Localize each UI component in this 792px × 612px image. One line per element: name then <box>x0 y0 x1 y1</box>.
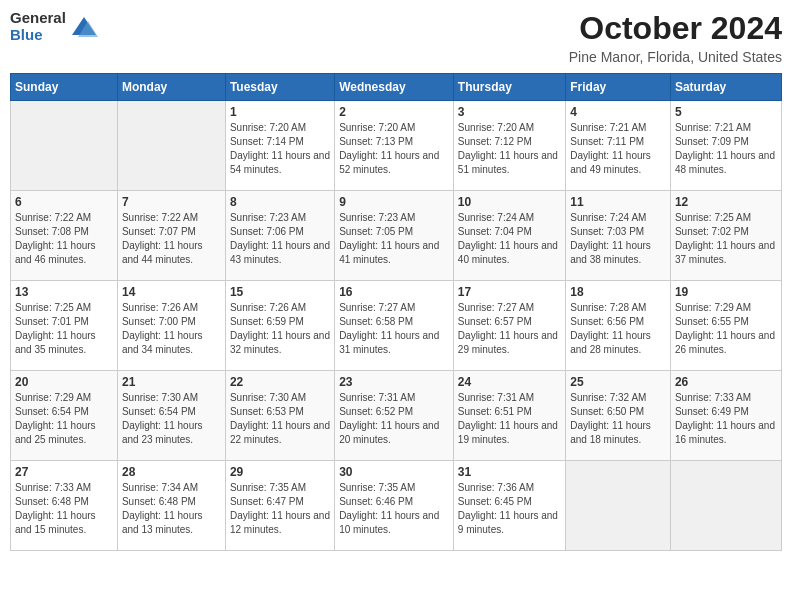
day-header-tuesday: Tuesday <box>225 74 334 101</box>
day-number: 9 <box>339 195 449 209</box>
calendar-cell <box>11 101 118 191</box>
day-detail: Sunrise: 7:36 AM Sunset: 6:45 PM Dayligh… <box>458 481 561 537</box>
day-detail: Sunrise: 7:35 AM Sunset: 6:46 PM Dayligh… <box>339 481 449 537</box>
day-header-saturday: Saturday <box>670 74 781 101</box>
calendar-cell: 20Sunrise: 7:29 AM Sunset: 6:54 PM Dayli… <box>11 371 118 461</box>
day-header-thursday: Thursday <box>453 74 565 101</box>
calendar-cell: 29Sunrise: 7:35 AM Sunset: 6:47 PM Dayli… <box>225 461 334 551</box>
page-header: General Blue October 2024 Pine Manor, Fl… <box>10 10 782 65</box>
day-detail: Sunrise: 7:20 AM Sunset: 7:14 PM Dayligh… <box>230 121 330 177</box>
day-number: 24 <box>458 375 561 389</box>
day-detail: Sunrise: 7:23 AM Sunset: 7:05 PM Dayligh… <box>339 211 449 267</box>
day-number: 16 <box>339 285 449 299</box>
day-number: 31 <box>458 465 561 479</box>
day-number: 21 <box>122 375 221 389</box>
calendar-cell: 12Sunrise: 7:25 AM Sunset: 7:02 PM Dayli… <box>670 191 781 281</box>
day-number: 8 <box>230 195 330 209</box>
day-detail: Sunrise: 7:21 AM Sunset: 7:11 PM Dayligh… <box>570 121 666 177</box>
day-number: 14 <box>122 285 221 299</box>
day-header-friday: Friday <box>566 74 671 101</box>
day-number: 18 <box>570 285 666 299</box>
day-number: 19 <box>675 285 777 299</box>
day-detail: Sunrise: 7:26 AM Sunset: 6:59 PM Dayligh… <box>230 301 330 357</box>
day-detail: Sunrise: 7:34 AM Sunset: 6:48 PM Dayligh… <box>122 481 221 537</box>
day-detail: Sunrise: 7:31 AM Sunset: 6:51 PM Dayligh… <box>458 391 561 447</box>
day-detail: Sunrise: 7:33 AM Sunset: 6:49 PM Dayligh… <box>675 391 777 447</box>
calendar-header-row: SundayMondayTuesdayWednesdayThursdayFrid… <box>11 74 782 101</box>
day-detail: Sunrise: 7:23 AM Sunset: 7:06 PM Dayligh… <box>230 211 330 267</box>
day-detail: Sunrise: 7:35 AM Sunset: 6:47 PM Dayligh… <box>230 481 330 537</box>
calendar-week-row: 1Sunrise: 7:20 AM Sunset: 7:14 PM Daylig… <box>11 101 782 191</box>
calendar-cell: 30Sunrise: 7:35 AM Sunset: 6:46 PM Dayli… <box>335 461 454 551</box>
day-detail: Sunrise: 7:33 AM Sunset: 6:48 PM Dayligh… <box>15 481 113 537</box>
calendar-cell: 10Sunrise: 7:24 AM Sunset: 7:04 PM Dayli… <box>453 191 565 281</box>
day-detail: Sunrise: 7:26 AM Sunset: 7:00 PM Dayligh… <box>122 301 221 357</box>
day-detail: Sunrise: 7:29 AM Sunset: 6:55 PM Dayligh… <box>675 301 777 357</box>
calendar-cell: 18Sunrise: 7:28 AM Sunset: 6:56 PM Dayli… <box>566 281 671 371</box>
calendar-week-row: 27Sunrise: 7:33 AM Sunset: 6:48 PM Dayli… <box>11 461 782 551</box>
calendar-cell: 22Sunrise: 7:30 AM Sunset: 6:53 PM Dayli… <box>225 371 334 461</box>
day-detail: Sunrise: 7:20 AM Sunset: 7:13 PM Dayligh… <box>339 121 449 177</box>
day-detail: Sunrise: 7:22 AM Sunset: 7:07 PM Dayligh… <box>122 211 221 267</box>
day-detail: Sunrise: 7:28 AM Sunset: 6:56 PM Dayligh… <box>570 301 666 357</box>
day-detail: Sunrise: 7:24 AM Sunset: 7:04 PM Dayligh… <box>458 211 561 267</box>
calendar-cell: 26Sunrise: 7:33 AM Sunset: 6:49 PM Dayli… <box>670 371 781 461</box>
calendar-cell: 6Sunrise: 7:22 AM Sunset: 7:08 PM Daylig… <box>11 191 118 281</box>
calendar-cell: 2Sunrise: 7:20 AM Sunset: 7:13 PM Daylig… <box>335 101 454 191</box>
day-detail: Sunrise: 7:27 AM Sunset: 6:57 PM Dayligh… <box>458 301 561 357</box>
day-number: 11 <box>570 195 666 209</box>
day-detail: Sunrise: 7:31 AM Sunset: 6:52 PM Dayligh… <box>339 391 449 447</box>
day-number: 3 <box>458 105 561 119</box>
calendar-cell: 23Sunrise: 7:31 AM Sunset: 6:52 PM Dayli… <box>335 371 454 461</box>
day-number: 25 <box>570 375 666 389</box>
calendar-cell <box>117 101 225 191</box>
calendar-cell: 27Sunrise: 7:33 AM Sunset: 6:48 PM Dayli… <box>11 461 118 551</box>
logo-blue-text: Blue <box>10 27 66 44</box>
day-number: 17 <box>458 285 561 299</box>
day-number: 15 <box>230 285 330 299</box>
day-number: 29 <box>230 465 330 479</box>
day-detail: Sunrise: 7:29 AM Sunset: 6:54 PM Dayligh… <box>15 391 113 447</box>
day-number: 23 <box>339 375 449 389</box>
day-number: 26 <box>675 375 777 389</box>
calendar-cell: 14Sunrise: 7:26 AM Sunset: 7:00 PM Dayli… <box>117 281 225 371</box>
day-number: 12 <box>675 195 777 209</box>
day-detail: Sunrise: 7:30 AM Sunset: 6:53 PM Dayligh… <box>230 391 330 447</box>
calendar-cell: 21Sunrise: 7:30 AM Sunset: 6:54 PM Dayli… <box>117 371 225 461</box>
calendar-week-row: 20Sunrise: 7:29 AM Sunset: 6:54 PM Dayli… <box>11 371 782 461</box>
day-number: 2 <box>339 105 449 119</box>
day-detail: Sunrise: 7:25 AM Sunset: 7:02 PM Dayligh… <box>675 211 777 267</box>
day-detail: Sunrise: 7:30 AM Sunset: 6:54 PM Dayligh… <box>122 391 221 447</box>
calendar-cell: 24Sunrise: 7:31 AM Sunset: 6:51 PM Dayli… <box>453 371 565 461</box>
calendar-cell: 16Sunrise: 7:27 AM Sunset: 6:58 PM Dayli… <box>335 281 454 371</box>
calendar-cell: 17Sunrise: 7:27 AM Sunset: 6:57 PM Dayli… <box>453 281 565 371</box>
calendar-cell: 31Sunrise: 7:36 AM Sunset: 6:45 PM Dayli… <box>453 461 565 551</box>
calendar-cell <box>566 461 671 551</box>
calendar-cell: 28Sunrise: 7:34 AM Sunset: 6:48 PM Dayli… <box>117 461 225 551</box>
calendar-cell: 1Sunrise: 7:20 AM Sunset: 7:14 PM Daylig… <box>225 101 334 191</box>
calendar-cell: 7Sunrise: 7:22 AM Sunset: 7:07 PM Daylig… <box>117 191 225 281</box>
day-number: 4 <box>570 105 666 119</box>
calendar-week-row: 6Sunrise: 7:22 AM Sunset: 7:08 PM Daylig… <box>11 191 782 281</box>
day-detail: Sunrise: 7:25 AM Sunset: 7:01 PM Dayligh… <box>15 301 113 357</box>
day-number: 28 <box>122 465 221 479</box>
calendar-cell <box>670 461 781 551</box>
day-number: 22 <box>230 375 330 389</box>
day-number: 7 <box>122 195 221 209</box>
day-detail: Sunrise: 7:20 AM Sunset: 7:12 PM Dayligh… <box>458 121 561 177</box>
day-number: 20 <box>15 375 113 389</box>
day-header-monday: Monday <box>117 74 225 101</box>
day-number: 10 <box>458 195 561 209</box>
calendar-cell: 19Sunrise: 7:29 AM Sunset: 6:55 PM Dayli… <box>670 281 781 371</box>
logo-general-text: General <box>10 10 66 27</box>
day-header-wednesday: Wednesday <box>335 74 454 101</box>
day-number: 5 <box>675 105 777 119</box>
calendar-cell: 15Sunrise: 7:26 AM Sunset: 6:59 PM Dayli… <box>225 281 334 371</box>
calendar-cell: 9Sunrise: 7:23 AM Sunset: 7:05 PM Daylig… <box>335 191 454 281</box>
day-number: 27 <box>15 465 113 479</box>
logo: General Blue <box>10 10 98 43</box>
calendar-cell: 13Sunrise: 7:25 AM Sunset: 7:01 PM Dayli… <box>11 281 118 371</box>
day-detail: Sunrise: 7:32 AM Sunset: 6:50 PM Dayligh… <box>570 391 666 447</box>
title-block: October 2024 Pine Manor, Florida, United… <box>569 10 782 65</box>
calendar-cell: 25Sunrise: 7:32 AM Sunset: 6:50 PM Dayli… <box>566 371 671 461</box>
